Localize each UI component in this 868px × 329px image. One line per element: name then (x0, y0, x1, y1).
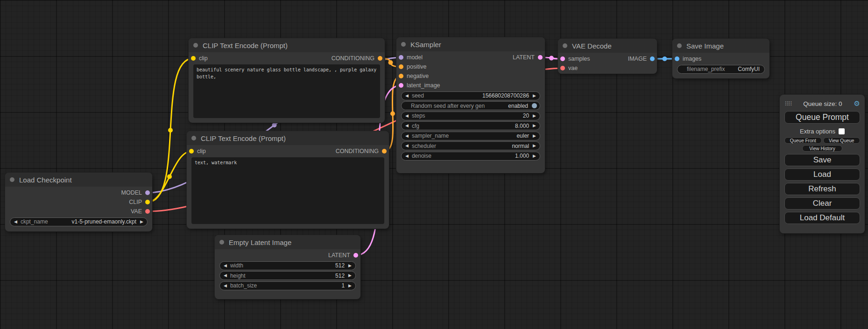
node-vae-decode[interactable]: VAE Decode samples IMAGE vae (558, 39, 657, 74)
increment-arrow-icon[interactable]: ▶ (533, 154, 536, 158)
conditioning-output-dot[interactable] (382, 149, 387, 154)
decrement-arrow-icon[interactable]: ◀ (405, 114, 409, 118)
decrement-arrow-icon[interactable]: ◀ (405, 144, 409, 148)
decrement-arrow-icon[interactable]: ◀ (14, 220, 17, 224)
node-title-bar[interactable]: Load Checkpoint (5, 173, 152, 187)
settings-gear-icon[interactable]: ⚙ (854, 99, 860, 108)
toggle-knob-icon[interactable] (532, 103, 537, 108)
vae-input-dot[interactable] (560, 66, 565, 70)
output-slot-latent[interactable]: LATENT (513, 54, 545, 61)
input-slot-samples[interactable]: samples (558, 56, 590, 62)
save-button[interactable]: Save (784, 154, 860, 166)
positive-prompt-textarea[interactable]: beautiful scenery nature glass bottle la… (193, 64, 380, 118)
node-clip-text-encode-positive[interactable]: CLIP Text Encode (Prompt) clip CONDITION… (189, 38, 385, 123)
input-slot-images[interactable]: images (672, 56, 701, 62)
node-title-bar[interactable]: Save Image (672, 39, 769, 53)
widget-scheduler[interactable]: ◀ scheduler normal ▶ (401, 141, 540, 150)
increment-arrow-icon[interactable]: ▶ (140, 220, 143, 224)
load-default-button[interactable]: Load Default (784, 212, 860, 224)
model-output-dot[interactable] (145, 190, 150, 195)
widget-sampler-name[interactable]: ◀ sampler_name euler ▶ (401, 132, 540, 140)
increment-arrow-icon[interactable]: ▶ (533, 144, 536, 148)
images-input-dot[interactable] (675, 56, 679, 61)
increment-arrow-icon[interactable]: ▶ (348, 284, 352, 288)
queue-prompt-button[interactable]: Queue Prompt (784, 111, 860, 124)
decrement-arrow-icon[interactable]: ◀ (405, 124, 409, 128)
collapse-dot-icon[interactable] (401, 42, 406, 47)
collapse-dot-icon[interactable] (193, 43, 198, 48)
collapse-dot-icon[interactable] (677, 43, 682, 48)
node-graph-canvas[interactable]: Load Checkpoint MODEL CLIP VAE (0, 0, 868, 329)
input-slot-model[interactable]: model (396, 54, 423, 61)
output-slot-clip[interactable]: CLIP (129, 199, 152, 205)
increment-arrow-icon[interactable]: ▶ (348, 273, 352, 278)
node-clip-text-encode-negative[interactable]: CLIP Text Encode (Prompt) clip CONDITION… (187, 131, 389, 229)
clip-input-dot[interactable] (191, 56, 196, 61)
clear-button[interactable]: Clear (784, 197, 860, 210)
increment-arrow-icon[interactable]: ▶ (348, 264, 352, 268)
drag-handle-icon[interactable]: ⠿⠿ (784, 100, 791, 107)
widget-denoise[interactable]: ◀ denoise 1.000 ▶ (401, 152, 540, 161)
positive-input-dot[interactable] (399, 64, 403, 69)
widget-batch-size[interactable]: ◀ batch_size 1 ▶ (219, 281, 356, 290)
collapse-dot-icon[interactable] (191, 136, 196, 140)
widget-cfg[interactable]: ◀ cfg 8.000 ▶ (401, 121, 540, 130)
decrement-arrow-icon[interactable]: ◀ (405, 94, 409, 98)
conditioning-output-dot[interactable] (378, 56, 382, 61)
decrement-arrow-icon[interactable]: ◀ (224, 273, 227, 278)
clip-output-dot[interactable] (145, 200, 150, 204)
decrement-arrow-icon[interactable]: ◀ (405, 154, 409, 158)
input-slot-negative[interactable]: negative (396, 73, 429, 79)
model-input-dot[interactable] (399, 55, 403, 60)
input-slot-latent-image[interactable]: latent_image (396, 82, 440, 89)
node-title-bar[interactable]: VAE Decode (558, 39, 657, 53)
increment-arrow-icon[interactable]: ▶ (533, 134, 536, 138)
image-output-dot[interactable] (650, 56, 655, 61)
decrement-arrow-icon[interactable]: ◀ (405, 134, 409, 138)
view-queue-button[interactable]: View Queue (823, 137, 861, 144)
clip-input-dot[interactable] (189, 149, 194, 154)
latent-output-dot[interactable] (538, 55, 543, 60)
output-slot-vae[interactable]: VAE (131, 208, 152, 215)
negative-prompt-textarea[interactable]: text, watermark (191, 157, 384, 224)
queue-front-button[interactable]: Queue Front (784, 137, 822, 144)
node-empty-latent-image[interactable]: Empty Latent Image LATENT ◀ width 512 ▶ … (215, 235, 360, 299)
collapse-dot-icon[interactable] (563, 43, 567, 48)
collapse-dot-icon[interactable] (10, 177, 14, 182)
node-title-bar[interactable]: KSampler (396, 37, 545, 51)
widget-height[interactable]: ◀ height 512 ▶ (219, 271, 356, 280)
samples-input-dot[interactable] (560, 56, 565, 61)
output-slot-latent[interactable]: LATENT (328, 252, 360, 259)
input-slot-clip[interactable]: clip (187, 148, 206, 154)
extra-options-checkbox[interactable] (839, 128, 845, 134)
vae-output-dot[interactable] (145, 209, 150, 214)
load-button[interactable]: Load (784, 168, 860, 181)
increment-arrow-icon[interactable]: ▶ (533, 124, 536, 128)
output-slot-conditioning[interactable]: CONDITIONING (336, 148, 389, 154)
collapse-dot-icon[interactable] (219, 240, 224, 245)
refresh-button[interactable]: Refresh (784, 183, 860, 195)
increment-arrow-icon[interactable]: ▶ (533, 94, 536, 98)
widget-width[interactable]: ◀ width 512 ▶ (219, 261, 356, 270)
widget-filename-prefix[interactable]: filename_prefix ComfyUI (677, 65, 765, 74)
output-slot-image[interactable]: IMAGE (628, 56, 657, 62)
widget-steps[interactable]: ◀ steps 20 ▶ (401, 112, 540, 120)
latent-image-input-dot[interactable] (399, 83, 403, 88)
node-title-bar[interactable]: Empty Latent Image (215, 235, 360, 249)
view-history-button[interactable]: View History (802, 145, 842, 152)
increment-arrow-icon[interactable]: ▶ (533, 114, 536, 118)
negative-input-dot[interactable] (399, 74, 403, 78)
input-slot-clip[interactable]: clip (189, 55, 208, 62)
output-slot-conditioning[interactable]: CONDITIONING (332, 55, 385, 62)
input-slot-positive[interactable]: positive (396, 63, 426, 70)
decrement-arrow-icon[interactable]: ◀ (224, 264, 227, 268)
decrement-arrow-icon[interactable]: ◀ (224, 284, 227, 288)
node-ksampler[interactable]: KSampler model LATENT positive (396, 37, 545, 173)
node-title-bar[interactable]: CLIP Text Encode (Prompt) (189, 38, 385, 52)
node-load-checkpoint[interactable]: Load Checkpoint MODEL CLIP VAE (5, 173, 152, 231)
node-save-image[interactable]: Save Image images filename_prefix ComfyU… (672, 39, 769, 78)
widget-ckpt-name[interactable]: ◀ ckpt_name v1-5-pruned-emaonly.ckpt ▶ (10, 217, 148, 226)
input-slot-vae[interactable]: vae (558, 65, 578, 71)
output-slot-model[interactable]: MODEL (121, 189, 152, 196)
node-title-bar[interactable]: CLIP Text Encode (Prompt) (187, 131, 389, 145)
